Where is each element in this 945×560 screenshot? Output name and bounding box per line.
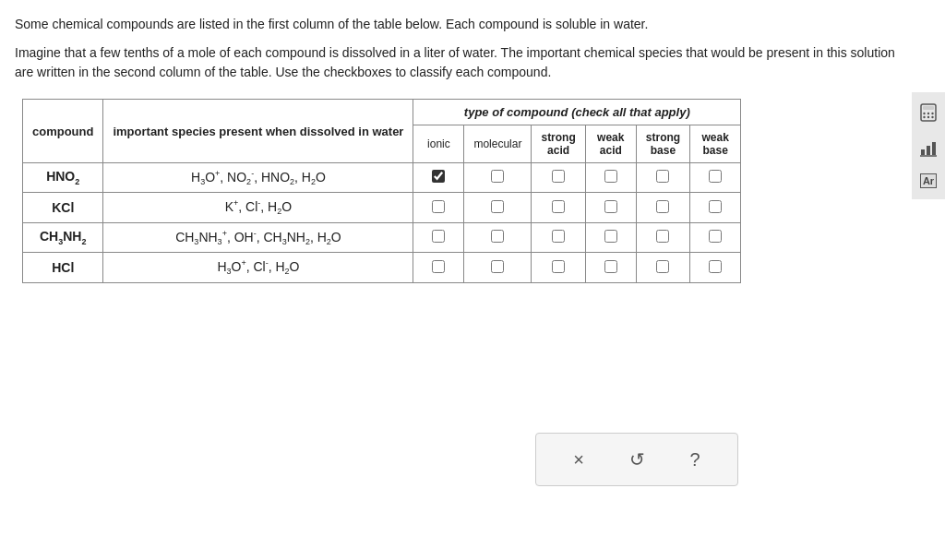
molecular-checkbox-cell (464, 193, 532, 222)
svg-rect-1 (923, 106, 934, 110)
ionic-checkbox-cell (413, 253, 464, 282)
table-row: CH3NH2CH3NH3+, OH-, CH3NH2, H2O (23, 222, 741, 252)
svg-point-2 (923, 113, 925, 114)
svg-point-3 (927, 113, 929, 114)
col-header-ionic: ionic (413, 125, 464, 163)
intro-line2: Imagine that a few tenths of a mole of e… (15, 43, 899, 82)
strong-acid-checkbox-cell (532, 253, 585, 282)
strong-base-checkbox[interactable] (656, 260, 669, 273)
svg-point-5 (923, 116, 925, 118)
molecular-checkbox-cell (464, 222, 532, 252)
weak-acid-checkbox[interactable] (604, 170, 617, 183)
col-header-species: important species present when dissolved… (103, 100, 413, 163)
weak-base-checkbox[interactable] (709, 230, 722, 243)
strong-acid-checkbox-cell (532, 222, 585, 252)
species-cell: H3O+, Cl-, H2O (103, 253, 413, 282)
svg-rect-8 (921, 149, 925, 155)
chart-button[interactable] (915, 135, 941, 161)
weak-acid-checkbox[interactable] (604, 230, 617, 243)
compound-cell: CH3NH2 (23, 222, 103, 252)
intro-line1: Some chemical compounds are listed in th… (15, 15, 899, 34)
compound-cell: KCl (23, 193, 103, 222)
weak-base-checkbox-cell (690, 163, 741, 193)
molecular-checkbox[interactable] (491, 170, 504, 183)
type-compound-header: type of compound (check all that apply) (413, 100, 741, 125)
svg-rect-9 (927, 146, 930, 155)
table-row: KClK+, Cl-, H2O (23, 193, 741, 222)
table-row: HClH3O+, Cl-, H2O (23, 253, 741, 282)
weak-base-checkbox-cell (690, 222, 741, 252)
molecular-checkbox[interactable] (491, 230, 504, 243)
molecular-checkbox-cell (464, 163, 532, 193)
strong-acid-checkbox-cell (532, 193, 585, 222)
calculator-icon (919, 103, 938, 122)
close-button[interactable]: × (566, 446, 592, 474)
col-header-molecular: molecular (464, 125, 532, 163)
weak-acid-checkbox-cell (585, 193, 636, 222)
col-header-compound: compound (23, 100, 103, 163)
col-header-weak-base: weakbase (690, 125, 741, 163)
col-header-weak-acid: weakacid (585, 125, 636, 163)
species-cell: K+, Cl-, H2O (103, 193, 413, 222)
strong-acid-checkbox[interactable] (552, 200, 565, 213)
weak-base-checkbox[interactable] (709, 170, 722, 183)
ionic-checkbox[interactable] (432, 200, 445, 213)
weak-acid-checkbox-cell (585, 163, 636, 193)
weak-acid-checkbox[interactable] (604, 200, 617, 213)
right-sidebar: Ar (912, 92, 945, 199)
weak-acid-checkbox[interactable] (604, 260, 617, 273)
svg-point-6 (927, 116, 929, 118)
species-cell: CH3NH3+, OH-, CH3NH2, H2O (103, 222, 413, 252)
strong-base-checkbox-cell (636, 193, 689, 222)
svg-point-7 (931, 116, 933, 118)
species-cell: H3O+, NO2-, HNO2, H2O (103, 163, 413, 193)
strong-base-checkbox[interactable] (656, 170, 669, 183)
action-bar: × ↺ ? (535, 433, 738, 486)
col-header-strong-base: strongbase (636, 125, 689, 163)
weak-base-checkbox-cell (690, 253, 741, 282)
col-header-strong-acid: strongacid (532, 125, 585, 163)
table-row: HNO2H3O+, NO2-, HNO2, H2O (23, 163, 741, 193)
molecular-checkbox[interactable] (491, 260, 504, 273)
strong-acid-checkbox-cell (532, 163, 585, 193)
ionic-checkbox-cell (413, 163, 464, 193)
strong-acid-checkbox[interactable] (552, 230, 565, 243)
strong-acid-checkbox[interactable] (552, 170, 565, 183)
calculator-button[interactable] (915, 100, 941, 125)
ionic-checkbox[interactable] (432, 260, 445, 273)
molecular-checkbox[interactable] (491, 200, 504, 213)
strong-base-checkbox-cell (636, 222, 689, 252)
svg-point-4 (931, 113, 933, 114)
periodic-table-button[interactable]: Ar (916, 170, 940, 192)
strong-base-checkbox-cell (636, 163, 689, 193)
chart-icon (919, 138, 938, 157)
strong-base-checkbox-cell (636, 253, 689, 282)
compound-cell: HNO2 (23, 163, 103, 193)
ionic-checkbox-cell (413, 193, 464, 222)
help-button[interactable]: ? (682, 446, 707, 474)
weak-base-checkbox[interactable] (709, 260, 722, 273)
undo-button[interactable]: ↺ (622, 445, 652, 474)
svg-rect-10 (932, 142, 936, 155)
weak-base-checkbox[interactable] (709, 200, 722, 213)
strong-base-checkbox[interactable] (656, 200, 669, 213)
strong-acid-checkbox[interactable] (552, 260, 565, 273)
ionic-checkbox-cell (413, 222, 464, 252)
weak-acid-checkbox-cell (585, 222, 636, 252)
ionic-checkbox[interactable] (432, 230, 445, 243)
compound-cell: HCl (23, 253, 103, 282)
weak-base-checkbox-cell (690, 193, 741, 222)
weak-acid-checkbox-cell (585, 253, 636, 282)
strong-base-checkbox[interactable] (656, 230, 669, 243)
compound-table: compound important species present when … (22, 99, 741, 283)
ionic-checkbox[interactable] (432, 170, 445, 183)
periodic-label: Ar (920, 173, 937, 188)
molecular-checkbox-cell (464, 253, 532, 282)
